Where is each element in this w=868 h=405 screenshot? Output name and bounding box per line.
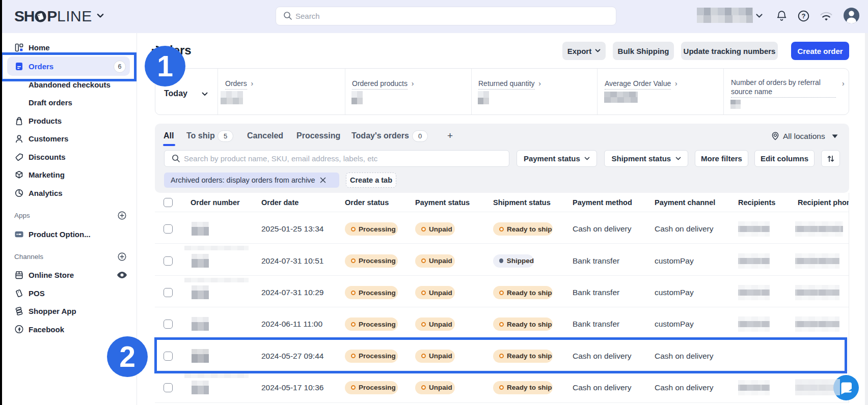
svg-text:?: ? xyxy=(802,12,806,20)
